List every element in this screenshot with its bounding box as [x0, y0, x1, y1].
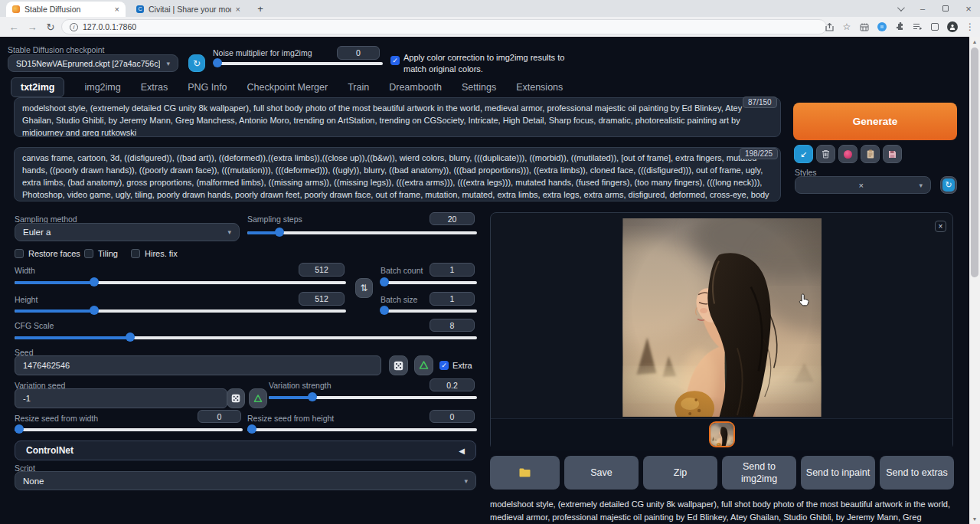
profile-avatar[interactable]: [947, 21, 958, 32]
bookmark-star-icon[interactable]: ☆: [841, 21, 852, 32]
scroll-down-arrow[interactable]: ▼: [969, 514, 980, 524]
extensions-puzzle-icon[interactable]: [894, 21, 905, 32]
address-bar[interactable]: i 127.0.0.1:7860: [61, 19, 827, 34]
styles-refresh-button[interactable]: ↻: [940, 176, 957, 194]
random-seed-dice-button[interactable]: [389, 355, 408, 375]
browser-toolbar: ← → ↻ i 127.0.0.1:7860 ☆ ⋮: [0, 17, 980, 37]
browser-tab-stable-diffusion[interactable]: Stable Diffusion ×: [6, 2, 126, 17]
send-to-img2img-button[interactable]: Send to img2img: [722, 456, 796, 490]
width-slider[interactable]: [15, 277, 346, 287]
browser-menu-kebab-icon[interactable]: ⋮: [965, 21, 975, 32]
checkpoint-dropdown[interactable]: SD15NewVAEpruned.ckpt [27a4ac756c] ▾: [8, 54, 178, 72]
negative-prompt-textarea[interactable]: canvas frame, cartoon, 3d, ((disfigured)…: [14, 147, 781, 201]
checkpoint-refresh-button[interactable]: ↻: [188, 54, 205, 72]
send-to-extras-button[interactable]: Send to extras: [880, 456, 954, 490]
cfg-scale-slider[interactable]: [15, 332, 477, 342]
tab-train[interactable]: Train: [348, 82, 369, 93]
controlnet-accordion[interactable]: ControlNet ◀: [15, 440, 476, 460]
height-input[interactable]: [299, 292, 345, 306]
side-panel-icon[interactable]: [929, 21, 940, 32]
generated-image[interactable]: [622, 218, 822, 417]
scroll-up-arrow[interactable]: ▲: [969, 37, 980, 47]
sampling-steps-slider[interactable]: [247, 228, 477, 237]
tab-close-icon[interactable]: ×: [236, 5, 240, 14]
variation-seed-dice-button[interactable]: [227, 388, 245, 408]
seed-input[interactable]: [15, 355, 381, 375]
resize-seed-height-input[interactable]: [430, 410, 475, 423]
resize-seed-width-slider[interactable]: [15, 424, 243, 434]
art-palette-button[interactable]: [838, 145, 858, 163]
apply-style-button[interactable]: [861, 145, 880, 163]
chevron-down-icon: ▾: [464, 477, 468, 485]
tab-img2img[interactable]: img2img: [84, 82, 120, 93]
window-minimize-button[interactable]: –: [911, 0, 934, 17]
share-icon[interactable]: [824, 21, 835, 32]
scrollbar-thumb[interactable]: [971, 47, 978, 277]
noise-multiplier-slider[interactable]: [214, 58, 383, 67]
tab-png-info[interactable]: PNG Info: [188, 82, 227, 93]
tab-txt2img[interactable]: txt2img: [11, 77, 64, 97]
forward-icon[interactable]: →: [23, 21, 41, 33]
reuse-seed-recycle-button[interactable]: [414, 355, 433, 375]
reload-icon[interactable]: ↻: [41, 21, 60, 33]
resize-seed-width-input[interactable]: [198, 410, 241, 423]
paste-generation-params-button[interactable]: ↙: [794, 145, 813, 163]
extra-seed-checkbox[interactable]: ✓: [439, 361, 449, 370]
variation-strength-slider[interactable]: [269, 392, 477, 401]
tab-extras[interactable]: Extras: [141, 82, 168, 93]
output-gallery: ×: [490, 212, 953, 450]
tab-settings[interactable]: Settings: [462, 82, 496, 93]
back-icon[interactable]: ←: [5, 21, 23, 33]
tab-extensions[interactable]: Extensions: [516, 82, 563, 93]
close-gallery-icon[interactable]: ×: [935, 221, 946, 232]
zip-button[interactable]: Zip: [643, 456, 717, 490]
resize-seed-height-slider[interactable]: [247, 424, 477, 434]
swap-dimensions-button[interactable]: ⇅: [355, 278, 373, 298]
clipboard-icon: [867, 149, 874, 159]
variation-seed-input[interactable]: [15, 388, 227, 408]
folder-icon: [519, 468, 531, 477]
sampling-method-dropdown[interactable]: Euler a ▾: [15, 223, 240, 241]
cfg-scale-input[interactable]: [430, 319, 475, 332]
color-correction-label: Apply color correction to img2img result…: [403, 52, 586, 75]
batch-count-input[interactable]: [430, 263, 475, 277]
tab-dreambooth[interactable]: Dreambooth: [389, 82, 442, 93]
window-restore-button[interactable]: [934, 0, 957, 17]
generate-button[interactable]: Generate: [793, 103, 957, 140]
open-folder-button[interactable]: [490, 456, 560, 490]
page-info-icon[interactable]: i: [70, 23, 78, 31]
batch-size-slider[interactable]: [381, 306, 477, 315]
page-scrollbar[interactable]: ▲ ▼: [969, 37, 980, 524]
extension-grid-icon[interactable]: [859, 21, 870, 32]
extension-blue-icon[interactable]: [877, 21, 887, 32]
styles-dropdown[interactable]: × ▾: [795, 176, 931, 194]
new-tab-button[interactable]: +: [254, 3, 266, 15]
reading-list-icon[interactable]: [912, 21, 923, 32]
clear-styles-icon[interactable]: ×: [859, 181, 864, 190]
prompt-textarea[interactable]: modelshoot style, (extremely detailed CG…: [14, 97, 781, 137]
sampling-steps-input[interactable]: [430, 212, 475, 225]
tab-checkpoint-merger[interactable]: Checkpoint Merger: [247, 82, 328, 93]
batch-size-input[interactable]: [430, 292, 475, 306]
script-dropdown[interactable]: None ▾: [15, 471, 476, 490]
browser-tab-civitai[interactable]: C Civitai | Share your models ×: [130, 2, 247, 17]
batch-count-slider[interactable]: [381, 277, 477, 287]
tab-search-chevron-icon[interactable]: [888, 0, 911, 17]
color-correction-checkbox[interactable]: ✓: [390, 56, 400, 65]
hires-fix-checkbox[interactable]: [131, 249, 140, 258]
send-to-inpaint-button[interactable]: Send to inpaint: [801, 456, 875, 490]
tiling-checkbox[interactable]: [84, 249, 93, 258]
save-style-button[interactable]: [883, 145, 902, 163]
height-slider[interactable]: [15, 306, 346, 315]
clear-prompt-trash-button[interactable]: [816, 145, 835, 163]
width-input[interactable]: [299, 263, 345, 277]
save-button[interactable]: Save: [564, 456, 639, 490]
civitai-favicon: C: [136, 5, 144, 13]
window-close-button[interactable]: ×: [957, 0, 980, 17]
variation-strength-input[interactable]: [430, 378, 475, 391]
gallery-thumbnail-selected[interactable]: [709, 421, 735, 447]
restore-faces-checkbox[interactable]: [15, 249, 24, 258]
recycle-icon: [419, 361, 429, 370]
variation-seed-recycle-button[interactable]: [249, 388, 267, 408]
tab-close-icon[interactable]: ×: [115, 5, 119, 14]
